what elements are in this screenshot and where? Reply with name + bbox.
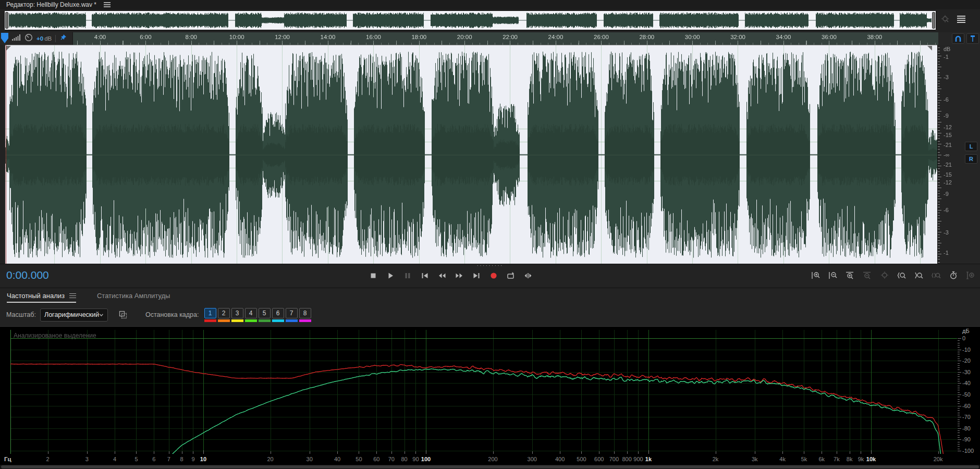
zoom-reset-button[interactable]	[877, 269, 892, 282]
freq-tick-label: 9	[191, 456, 194, 462]
frame-hold-button-8[interactable]: 8	[299, 308, 311, 318]
freq-tick-label: 10k	[866, 456, 876, 462]
db-tick	[958, 437, 960, 438]
panel-menu-icon[interactable]	[104, 1, 111, 9]
zoom-to-selection-button[interactable]	[929, 269, 944, 282]
db-tick	[958, 403, 960, 404]
corner-handle-top-left[interactable]	[6, 46, 11, 51]
frame-hold-button-1[interactable]: 1	[204, 308, 216, 318]
pin-icon[interactable]	[59, 34, 67, 43]
ruler-tick	[938, 179, 940, 180]
horizontal-scrollbar[interactable]	[0, 465, 980, 469]
ruler-tick	[938, 127, 940, 128]
zoom-in-left-edge-button[interactable]	[895, 269, 909, 282]
overview-left-handle[interactable]	[5, 12, 8, 29]
skip-to-end-button[interactable]	[469, 269, 484, 282]
copy-graph-icon[interactable]	[117, 309, 129, 320]
freq-tick-label: 6	[152, 456, 155, 462]
zoom-out-vertical-button[interactable]	[826, 269, 840, 282]
freq-tick-label: 500	[577, 456, 586, 462]
tab-frequency-analysis[interactable]: Частотный анализ	[7, 288, 76, 304]
zoom-in-horizontal-button[interactable]	[843, 269, 858, 282]
frame-hold-button-2[interactable]: 2	[218, 308, 230, 318]
spectrum-canvas[interactable]	[10, 330, 957, 454]
loop-playback-button[interactable]	[504, 269, 518, 282]
ruler-db-label: -21	[944, 162, 952, 168]
db-tick	[958, 386, 960, 386]
rewind-button[interactable]	[435, 269, 449, 282]
timeline-ruler[interactable]: 4:006:008:0010:0012:0014:0016:0018:0020:…	[0, 32, 938, 45]
ruler-tick	[938, 146, 940, 147]
waveform-lane[interactable]	[5, 45, 937, 264]
ruler-tick	[938, 161, 940, 161]
overview-right-handle[interactable]	[932, 12, 935, 29]
waveform-canvas[interactable]	[5, 45, 937, 264]
zoom-in-vertical-button[interactable]	[808, 269, 823, 282]
corner-handle-top-right[interactable]	[927, 46, 932, 51]
timeline-label: 10:00	[229, 34, 244, 40]
freq-tick-label: 7	[167, 456, 170, 462]
zoom-in-right-edge-button[interactable]	[912, 269, 926, 282]
gain-value[interactable]: +0dB	[36, 35, 52, 42]
freq-tick-label: 200	[488, 456, 497, 462]
ruler-tick	[938, 75, 940, 76]
skip-to-start-button[interactable]	[418, 269, 432, 282]
amplitude-ruler[interactable]: dB L R -1-1-3-3-6-6-9-9-12-12-15-15-21-2…	[937, 45, 980, 264]
ruler-tick	[938, 69, 940, 70]
overview-waveform-canvas[interactable]	[5, 11, 936, 30]
channel-badge-right[interactable]: R	[965, 154, 977, 164]
ruler-tick	[938, 251, 940, 252]
frame-hold-button-5[interactable]: 5	[259, 308, 271, 318]
frame-hold-button-7[interactable]: 7	[286, 308, 298, 318]
channel-badge-left[interactable]: L	[965, 142, 977, 151]
skip-playhead-button[interactable]	[521, 269, 535, 282]
magnet-snap-icon[interactable]	[952, 33, 964, 44]
frame-hold-button-3[interactable]: 3	[231, 308, 243, 318]
frame-hold-button-6[interactable]: 6	[272, 308, 284, 318]
levels-icon[interactable]	[11, 34, 21, 43]
db-tick	[958, 367, 960, 368]
db-tick	[958, 406, 961, 406]
zoom-full-button[interactable]	[963, 269, 978, 282]
panel-menu-icon[interactable]	[69, 292, 76, 300]
audition-window: Редактор: Hellbilly Deluxe.wav * 4:006:0…	[0, 0, 980, 469]
ruler-tick	[938, 51, 940, 51]
ruler-tick	[938, 229, 940, 229]
frame-hold-color-bar	[218, 319, 230, 322]
fast-forward-button[interactable]	[452, 269, 467, 282]
stop-button[interactable]	[366, 269, 381, 282]
panel-grip[interactable]: ·········	[477, 262, 504, 268]
waveform-overview[interactable]	[4, 10, 936, 30]
pause-button[interactable]	[400, 269, 415, 282]
db-tick	[958, 369, 960, 370]
scrollbar-handle[interactable]	[1, 465, 979, 468]
record-button[interactable]	[486, 269, 501, 282]
ruler-tick	[938, 185, 940, 186]
db-tick	[958, 381, 960, 381]
ruler-db-label: -3	[944, 229, 949, 236]
play-button[interactable]	[383, 269, 398, 282]
knob-icon[interactable]	[24, 33, 33, 44]
frequency-analysis-graph[interactable]: Анализированое выделение Гц дБ 234567891…	[0, 326, 980, 465]
ruler-tick	[938, 232, 941, 232]
ruler-db-label: -9	[944, 191, 949, 197]
ruler-tick	[938, 177, 941, 177]
zoom-out-horizontal-button[interactable]	[860, 269, 875, 282]
ruler-tick	[938, 141, 940, 142]
scale-dropdown[interactable]: Логарифмический	[40, 308, 108, 322]
freq-tick-label: 1k	[645, 456, 652, 462]
marker-pin-icon[interactable]	[966, 33, 979, 44]
zoom-reset-icon[interactable]	[940, 15, 951, 26]
track-list-icon[interactable]	[956, 15, 966, 26]
ruler-tick	[938, 182, 940, 183]
db-tick	[958, 422, 960, 422]
ruler-tick	[938, 100, 941, 101]
db-tick-label: -50	[962, 391, 971, 398]
db-tick-label: -10	[962, 347, 971, 353]
tab-amplitude-statistics[interactable]: Статистика Амплитуды	[97, 288, 170, 304]
playhead-line[interactable]	[6, 45, 6, 264]
ruler-tick	[938, 114, 940, 114]
time-display[interactable]: 0:00.000	[6, 264, 49, 287]
timer-button[interactable]	[946, 269, 961, 282]
frame-hold-button-4[interactable]: 4	[245, 308, 257, 318]
